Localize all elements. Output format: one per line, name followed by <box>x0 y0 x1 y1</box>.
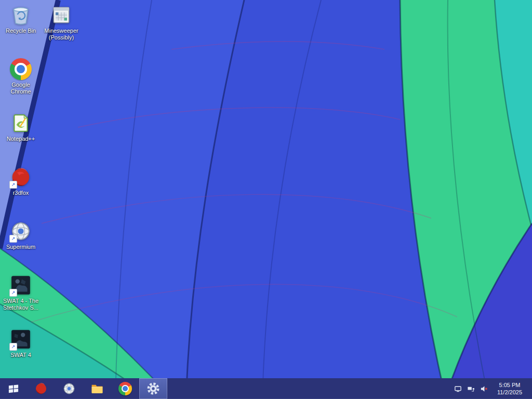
shortcut-arrow-icon: ↗ <box>9 343 17 351</box>
r3dfox-icon <box>34 382 48 395</box>
network-icon[interactable] <box>467 384 475 393</box>
shortcut-arrow-icon: ↗ <box>9 235 17 243</box>
hardware-icon[interactable] <box>454 384 462 393</box>
taskbar-supermium-button[interactable] <box>55 378 83 399</box>
swat4-stetchkov-icon: ↗ <box>10 274 32 296</box>
taskbar-file-explorer-button[interactable] <box>83 378 111 399</box>
desktop-icon-recycle-bin[interactable]: Recycle Bin <box>1 4 41 34</box>
taskbar-r3dfox-button[interactable] <box>27 378 55 399</box>
supermium-icon: ↗ <box>10 220 32 242</box>
start-button[interactable] <box>0 378 27 399</box>
tray-date: 11/2/2025 <box>495 389 525 396</box>
chrome-icon <box>10 58 32 80</box>
desktop-icon-label: SWAT 4 <box>10 352 31 358</box>
taskbar-chrome-button[interactable] <box>111 378 139 399</box>
windows-logo-icon <box>8 383 19 394</box>
desktop-surface[interactable]: Recycle Bin Minesweeper (Possibly) Googl… <box>0 0 532 378</box>
desktop-icon-label: Google Chrome <box>1 82 41 95</box>
desktop-icon-label: Notepad++ <box>7 136 35 142</box>
desktop-icon-minesweeper[interactable]: Minesweeper (Possibly) <box>42 4 81 41</box>
volume-muted-icon[interactable] <box>480 384 488 393</box>
file-explorer-icon <box>90 382 104 395</box>
system-tray: 5:05 PM 11/2/2025 <box>454 378 532 399</box>
supermium-icon <box>62 382 76 395</box>
desktop-icon-supermium[interactable]: ↗ Supermium <box>1 220 41 250</box>
tray-clock[interactable]: 5:05 PM 11/2/2025 <box>493 381 527 396</box>
notepadpp-icon <box>10 112 32 134</box>
taskbar: 5:05 PM 11/2/2025 <box>0 378 532 399</box>
desktop-icon-google-chrome[interactable]: Google Chrome <box>1 58 41 95</box>
desktop-icon-label: SWAT 4 - The Stetchkov S... <box>1 298 41 311</box>
desktop-icon-label: Minesweeper (Possibly) <box>42 28 81 41</box>
shortcut-arrow-icon: ↗ <box>9 181 17 189</box>
desktop-icon-label: Supermium <box>6 244 35 250</box>
recycle-bin-icon <box>10 4 32 26</box>
desktop-icon-swat4-stetchkov[interactable]: ↗ SWAT 4 - The Stetchkov S... <box>1 274 41 311</box>
gear-icon <box>147 382 160 395</box>
tray-time: 5:05 PM <box>495 381 525 389</box>
desktop-icon-notepadpp[interactable]: Notepad++ <box>1 112 41 142</box>
r3dfox-icon: ↗ <box>10 166 32 188</box>
chrome-icon <box>118 382 132 395</box>
shortcut-arrow-icon: ↗ <box>9 289 17 297</box>
swat4-icon: ↗ <box>10 328 32 350</box>
desktop-icon-label: r3dfox <box>13 190 29 196</box>
minesweeper-icon <box>50 4 72 26</box>
taskbar-settings-button[interactable] <box>139 378 167 399</box>
desktop-icon-label: Recycle Bin <box>6 28 36 34</box>
desktop-icon-r3dfox[interactable]: ↗ r3dfox <box>1 166 41 196</box>
desktop-icon-swat4[interactable]: ↗ SWAT 4 <box>1 328 41 358</box>
